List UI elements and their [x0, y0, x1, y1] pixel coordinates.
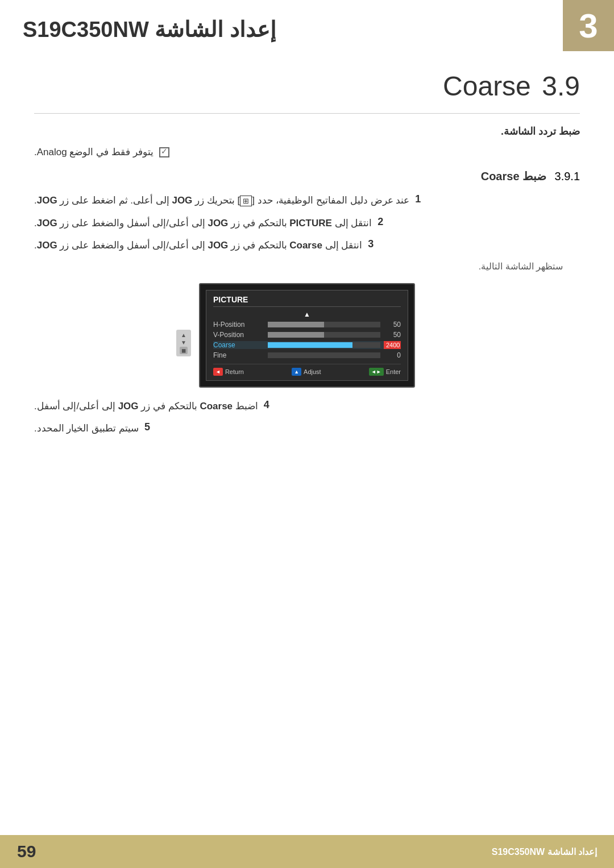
- enter-label: Enter: [386, 368, 401, 375]
- return-icon: ◄: [213, 368, 223, 376]
- h-position-value: 50: [384, 321, 401, 329]
- section-title: Coarse: [443, 71, 531, 101]
- subsection-heading: 3.9.1 ضبط Coarse: [34, 169, 580, 183]
- picture-menu: PICTURE ▲ H-Position 50 V-Position: [206, 290, 408, 381]
- menu-row-fine: Fine 0: [213, 351, 401, 359]
- subsection-title: ضبط Coarse: [481, 170, 546, 182]
- footer-page-number: 59: [17, 842, 36, 861]
- footer-title: إعداد الشاشة S19C350NW: [492, 846, 597, 857]
- step-1-number: 1: [415, 193, 432, 205]
- step-4: 4 اضبط Coarse بالتحكم في زر JOG إلى أعلى…: [34, 399, 580, 414]
- step-2-text: انتقل إلى PICTURE بالتحكم في زر JOG إلى …: [34, 216, 372, 231]
- chapter-badge: 3: [563, 0, 614, 51]
- step-1-text: عند عرض دليل المفاتيح الوظيفية، حدد [⊞] …: [34, 193, 409, 208]
- steps-after-screen: 4 اضبط Coarse بالتحكم في زر JOG إلى أعلى…: [34, 399, 580, 436]
- coarse-fill: [268, 342, 352, 348]
- menu-footer: ◄ Return ▲ Adjust ◄► Enter: [213, 364, 401, 376]
- note-icon: [159, 147, 169, 157]
- coarse-label: Coarse: [213, 341, 264, 349]
- enter-icon: ◄►: [369, 368, 384, 376]
- h-position-label: H-Position: [213, 321, 264, 329]
- step-4-text: اضبط Coarse بالتحكم في زر JOG إلى أعلى/إ…: [34, 399, 258, 414]
- note-text: يتوفر فقط في الوضع Analog.: [34, 146, 154, 158]
- coarse-bar: [268, 342, 380, 348]
- section-number: 3.9: [542, 71, 580, 101]
- note-box: يتوفر فقط في الوضع Analog.: [34, 146, 580, 158]
- section-title-row: 3.9 Coarse: [34, 70, 580, 102]
- enter-btn: ◄► Enter: [369, 368, 401, 376]
- step-5: 5 سيتم تطبيق الخيار المحدد.: [34, 421, 580, 436]
- fine-value: 0: [384, 351, 401, 359]
- screen-container: ▲ ▼ ◼ PICTURE ▲ H-Position 50: [199, 283, 415, 388]
- step-3-number: 3: [368, 238, 385, 250]
- v-position-fill: [268, 332, 324, 338]
- step-3-text: انتقل إلى Coarse بالتحكم في زر JOG إلى أ…: [34, 238, 362, 253]
- steps-list: 1 عند عرض دليل المفاتيح الوظيفية، حدد [⊞…: [34, 193, 580, 272]
- header-title: إعداد الشاشة S19C350NW: [23, 17, 276, 42]
- section-description: ضبط تردد الشاشة.: [34, 125, 580, 138]
- fine-bar: [268, 352, 380, 358]
- subsection-number: 3.9.1: [555, 170, 580, 182]
- step-5-text: سيتم تطبيق الخيار المحدد.: [34, 421, 139, 436]
- coarse-value: 2400: [384, 341, 401, 349]
- return-label: Return: [225, 368, 244, 375]
- menu-row-v-position: V-Position 50: [213, 331, 401, 339]
- step-1: 1 عند عرض دليل المفاتيح الوظيفية، حدد [⊞…: [34, 193, 580, 208]
- step-2-number: 2: [377, 216, 395, 228]
- h-position-bar: [268, 322, 380, 327]
- picture-menu-title: PICTURE: [213, 295, 401, 307]
- adjust-label: Adjust: [304, 368, 321, 375]
- adjust-btn: ▲ Adjust: [292, 368, 321, 376]
- main-content: 3.9 Coarse ضبط تردد الشاشة. يتوفر فقط في…: [0, 53, 614, 467]
- page-header: إعداد الشاشة S19C350NW 3: [0, 0, 614, 53]
- page-footer: إعداد الشاشة S19C350NW 59: [0, 835, 614, 868]
- adjust-icon: ▲: [292, 368, 301, 376]
- v-position-value: 50: [384, 331, 401, 339]
- step-4-number: 4: [264, 399, 281, 411]
- menu-row-coarse: Coarse 2400: [213, 341, 401, 349]
- jog-control-icon: ▲ ▼ ◼: [176, 330, 191, 356]
- fine-label: Fine: [213, 351, 264, 359]
- menu-row-h-position: H-Position 50: [213, 321, 401, 329]
- screen-wrapper: ▲ ▼ ◼ PICTURE ▲ H-Position 50: [199, 283, 415, 388]
- v-position-bar: [268, 332, 380, 338]
- step-2: 2 انتقل إلى PICTURE بالتحكم في زر JOG إل…: [34, 216, 580, 231]
- step-3-note: ستظهر الشاشة التالية.: [34, 261, 563, 272]
- step-5-number: 5: [144, 421, 161, 433]
- menu-arrow: ▲: [213, 310, 401, 318]
- step-3: 3 انتقل إلى Coarse بالتحكم في زر JOG إلى…: [34, 238, 580, 253]
- v-position-label: V-Position: [213, 331, 264, 339]
- h-position-fill: [268, 322, 324, 327]
- divider: [34, 113, 580, 114]
- return-btn: ◄ Return: [213, 368, 244, 376]
- screen-frame: PICTURE ▲ H-Position 50 V-Position: [199, 283, 415, 388]
